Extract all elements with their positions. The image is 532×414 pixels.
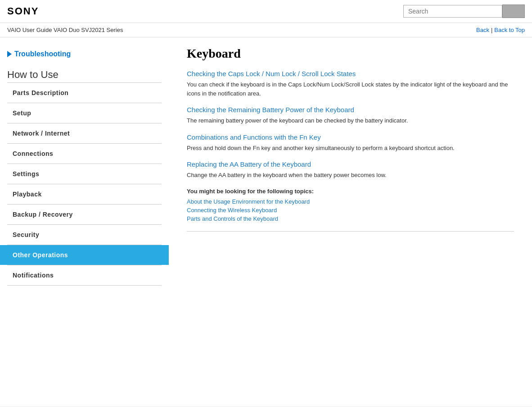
topics-list: Checking the Caps Lock / Num Lock / Scro…: [187, 70, 514, 180]
topic-link-fn-key[interactable]: Combinations and Functions with the Fn K…: [187, 133, 514, 141]
related-link-1[interactable]: Connecting the Wireless Keyboard: [187, 207, 514, 214]
topic-description-fn-key: Press and hold down the Fn key and anoth…: [187, 144, 514, 153]
breadcrumb-title: VAIO User Guide VAIO Duo SVJ2021 Series: [7, 27, 123, 33]
search-button[interactable]: [502, 5, 525, 18]
search-input[interactable]: [403, 5, 502, 18]
topic-block-fn-key: Combinations and Functions with the Fn K…: [187, 133, 514, 153]
topic-block-battery-power: Checking the Remaining Battery Power of …: [187, 106, 514, 125]
topic-link-caps-lock[interactable]: Checking the Caps Lock / Num Lock / Scro…: [187, 70, 514, 77]
topic-block-caps-lock: Checking the Caps Lock / Num Lock / Scro…: [187, 70, 514, 98]
topic-description-aa-battery: Change the AA battery in the keyboard wh…: [187, 171, 514, 180]
sidebar-item-parts-description[interactable]: Parts Description: [0, 83, 169, 103]
topic-link-aa-battery[interactable]: Replacing the AA Battery of the Keyboard: [187, 160, 514, 168]
sidebar-item-playback[interactable]: Playback: [0, 184, 169, 204]
page-title: Keyboard: [187, 46, 514, 61]
looking-for-label: You might be looking for the following t…: [187, 188, 514, 195]
topic-description-battery-power: The remaining battery power of the keybo…: [187, 116, 514, 125]
related-link-0[interactable]: About the Usage Environment for the Keyb…: [187, 198, 514, 205]
sidebar-item-settings[interactable]: Settings: [0, 164, 169, 184]
sidebar: Troubleshooting How to Use Parts Descrip…: [0, 37, 169, 406]
arrow-icon: [7, 51, 12, 57]
search-area: [403, 5, 525, 18]
content-divider: [187, 231, 514, 232]
sidebar-item-network-internet[interactable]: Network / Internet: [0, 123, 169, 143]
header: SONY: [0, 0, 532, 23]
sidebar-item-backup-recovery[interactable]: Backup / Recovery: [0, 205, 169, 224]
troubleshooting-header[interactable]: Troubleshooting: [0, 46, 169, 65]
related-links: About the Usage Environment for the Keyb…: [187, 198, 514, 222]
sidebar-item-connections[interactable]: Connections: [0, 144, 169, 164]
topic-description-caps-lock: You can check if the keyboard is in the …: [187, 80, 514, 98]
back-link[interactable]: Back: [476, 27, 489, 33]
how-to-use-heading: How to Use: [0, 65, 169, 82]
main-layout: Troubleshooting How to Use Parts Descrip…: [0, 37, 532, 406]
sidebar-item-notifications[interactable]: Notifications: [0, 265, 169, 285]
nav-links: Back | Back to Top: [476, 27, 525, 33]
sidebar-divider-notifications: [7, 285, 162, 286]
looking-for-section: You might be looking for the following t…: [187, 188, 514, 222]
troubleshooting-label: Troubleshooting: [14, 50, 71, 58]
back-to-top-link[interactable]: Back to Top: [494, 27, 525, 33]
sidebar-item-security[interactable]: Security: [0, 225, 169, 245]
nav-separator: |: [491, 27, 492, 33]
sidebar-items: Parts DescriptionSetupNetwork / Internet…: [0, 83, 169, 286]
topic-block-aa-battery: Replacing the AA Battery of the Keyboard…: [187, 160, 514, 180]
sidebar-item-other-operations[interactable]: Other Operations: [0, 245, 169, 265]
topic-link-battery-power[interactable]: Checking the Remaining Battery Power of …: [187, 106, 514, 114]
related-link-2[interactable]: Parts and Controls of the Keyboard: [187, 215, 514, 222]
footer: © 2012 Sony Corporation: [0, 406, 532, 414]
breadcrumb-bar: VAIO User Guide VAIO Duo SVJ2021 Series …: [0, 23, 532, 37]
sidebar-item-setup[interactable]: Setup: [0, 103, 169, 123]
content-area: Keyboard Checking the Caps Lock / Num Lo…: [169, 37, 532, 406]
sony-logo: SONY: [7, 5, 39, 17]
